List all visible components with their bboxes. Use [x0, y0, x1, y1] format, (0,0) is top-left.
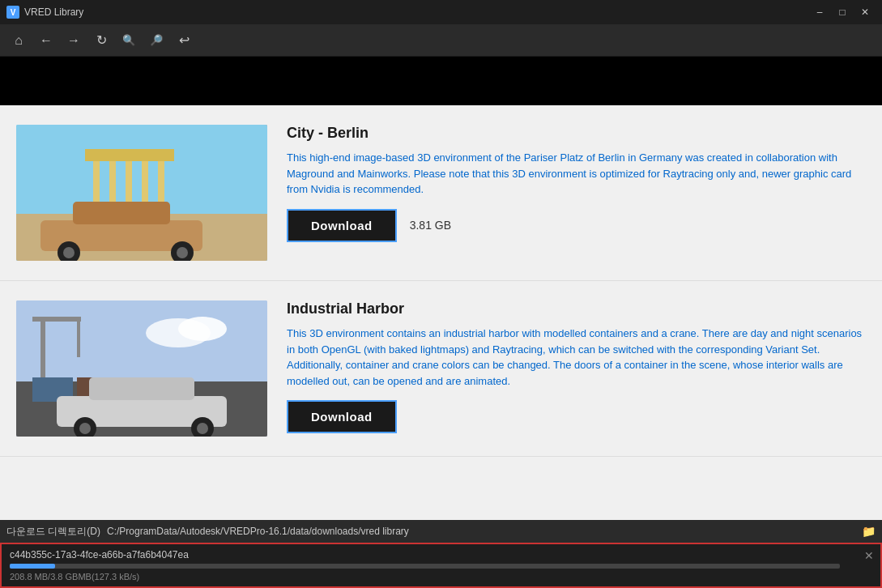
svg-point-13 — [177, 247, 188, 258]
industrial-harbor-title: Industrial Harbor — [287, 300, 866, 317]
item-info-industrial-harbor: Industrial Harbor This 3D environment co… — [287, 300, 866, 437]
city-berlin-actions: Download 3.81 GB — [287, 209, 866, 242]
app-icon: V — [6, 6, 19, 19]
item-info-city-berlin: City - Berlin This high-end image-based … — [287, 125, 866, 261]
title-bar-controls: – □ ✕ — [809, 4, 876, 20]
content-area[interactable]: City - Berlin This high-end image-based … — [0, 105, 882, 520]
download-close-button[interactable]: ✕ — [864, 549, 874, 562]
city-berlin-file-size: 3.81 GB — [410, 219, 451, 232]
toolbar: ⌂ ← → ↻ 🔍 🔎 ↩ — [0, 24, 882, 57]
item-card-city-berlin: City - Berlin This high-end image-based … — [0, 105, 882, 281]
svg-rect-19 — [32, 317, 81, 322]
svg-point-11 — [63, 247, 75, 258]
city-berlin-title: City - Berlin — [287, 125, 866, 142]
svg-rect-9 — [73, 202, 170, 224]
status-bar: 다운로드 디렉토리(D) C:/ProgramData/Autodesk/VRE… — [0, 520, 882, 543]
thumbnail-berlin-image — [16, 125, 267, 261]
folder-icon[interactable]: 📁 — [862, 525, 876, 538]
thumbnail-industrial-harbor — [16, 300, 267, 437]
back-button[interactable]: ← — [34, 29, 58, 52]
svg-rect-20 — [77, 317, 80, 357]
svg-rect-25 — [89, 377, 194, 400]
svg-point-27 — [79, 423, 91, 434]
title-bar-left: V VRED Library — [6, 6, 83, 19]
minimize-button[interactable]: – — [809, 4, 830, 20]
home-button[interactable]: ⌂ — [6, 29, 31, 52]
item-card-industrial-harbor: Industrial Harbor This 3D environment co… — [0, 281, 882, 457]
industrial-harbor-actions: Download — [287, 400, 866, 433]
download-button-city-berlin[interactable]: Download — [287, 209, 397, 242]
title-bar: V VRED Library – □ ✕ — [0, 0, 882, 24]
refresh-button[interactable]: ↻ — [89, 29, 113, 52]
svg-rect-18 — [40, 317, 45, 386]
svg-point-29 — [197, 423, 208, 434]
download-info: 208.8 MB/3.8 GBMB(127.3 kB/s) — [10, 572, 872, 582]
status-path: C:/ProgramData/Autodesk/VREDPro-16.1/dat… — [107, 526, 409, 537]
city-berlin-description: This high-end image-based 3D environment… — [287, 150, 866, 198]
banner — [0, 57, 882, 105]
zoom-in-button[interactable]: 🔍 — [117, 29, 141, 52]
status-label: 다운로드 디렉토리(D) — [6, 525, 100, 539]
forward-button[interactable]: → — [62, 29, 86, 52]
download-progress-bar: c44b355c-17a3-4fce-a66b-a7fa6b4047ea 208… — [0, 543, 882, 588]
download-progress-track — [10, 564, 840, 569]
close-button[interactable]: ✕ — [854, 4, 876, 20]
maximize-button[interactable]: □ — [832, 4, 853, 20]
thumbnail-city-berlin — [16, 125, 267, 261]
svg-rect-7 — [85, 149, 174, 161]
download-button-industrial-harbor[interactable]: Download — [287, 400, 397, 433]
thumbnail-harbor-image — [16, 300, 267, 437]
download-progress-fill — [10, 564, 55, 569]
zoom-out-button[interactable]: 🔎 — [144, 29, 168, 52]
undo-button[interactable]: ↩ — [172, 29, 196, 52]
window-title: VRED Library — [24, 6, 83, 18]
industrial-harbor-description: This 3D environment contains an industri… — [287, 326, 866, 389]
svg-point-16 — [178, 317, 227, 341]
download-filename: c44b355c-17a3-4fce-a66b-a7fa6b4047ea — [10, 549, 872, 560]
